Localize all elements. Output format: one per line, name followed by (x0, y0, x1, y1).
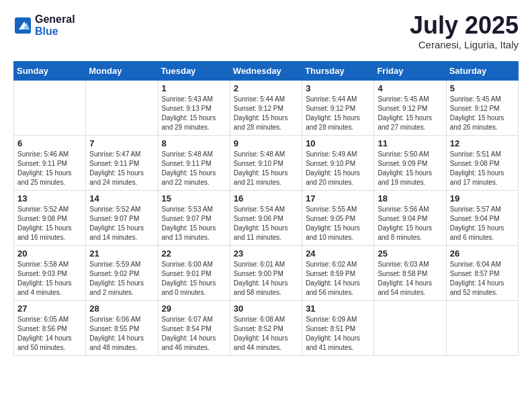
calendar-day-cell (446, 301, 518, 356)
calendar-day-cell: 2Sunrise: 5:44 AM Sunset: 9:12 PM Daylig… (230, 81, 302, 136)
day-number: 29 (162, 304, 226, 314)
day-number: 3 (306, 83, 370, 93)
calendar-day-cell: 19Sunrise: 5:57 AM Sunset: 9:04 PM Dayli… (446, 191, 518, 246)
day-number: 21 (89, 248, 154, 259)
logo: General Blue (13, 13, 75, 37)
calendar-day-cell: 29Sunrise: 6:07 AM Sunset: 8:54 PM Dayli… (158, 301, 230, 356)
day-info: Sunrise: 5:51 AM Sunset: 9:08 PM Dayligh… (450, 150, 515, 187)
calendar-day-cell: 12Sunrise: 5:51 AM Sunset: 9:08 PM Dayli… (446, 136, 518, 191)
day-info: Sunrise: 5:44 AM Sunset: 9:12 PM Dayligh… (234, 95, 298, 132)
day-info: Sunrise: 6:02 AM Sunset: 8:59 PM Dayligh… (306, 260, 370, 298)
day-number: 24 (306, 248, 370, 259)
calendar-week-row: 27Sunrise: 6:05 AM Sunset: 8:56 PM Dayli… (14, 301, 519, 356)
logo-icon (13, 16, 32, 35)
day-number: 13 (17, 193, 82, 203)
calendar-week-row: 20Sunrise: 5:58 AM Sunset: 9:03 PM Dayli… (14, 246, 519, 301)
calendar-day-cell: 16Sunrise: 5:54 AM Sunset: 9:06 PM Dayli… (230, 191, 302, 246)
day-info: Sunrise: 6:04 AM Sunset: 8:57 PM Dayligh… (450, 260, 515, 298)
calendar-day-cell: 8Sunrise: 5:48 AM Sunset: 9:11 PM Daylig… (158, 136, 230, 191)
day-number: 8 (162, 138, 226, 148)
day-info: Sunrise: 5:44 AM Sunset: 9:12 PM Dayligh… (306, 95, 370, 132)
day-number: 12 (450, 138, 515, 148)
day-number: 6 (17, 138, 82, 148)
day-info: Sunrise: 6:06 AM Sunset: 8:55 PM Dayligh… (89, 315, 154, 353)
day-number: 1 (162, 83, 226, 93)
day-info: Sunrise: 5:57 AM Sunset: 9:04 PM Dayligh… (450, 205, 515, 242)
day-number: 10 (306, 138, 370, 148)
day-number: 14 (89, 193, 154, 203)
calendar-day-cell: 27Sunrise: 6:05 AM Sunset: 8:56 PM Dayli… (14, 301, 86, 356)
day-info: Sunrise: 5:52 AM Sunset: 9:08 PM Dayligh… (17, 205, 82, 242)
day-number: 2 (234, 83, 298, 93)
logo-line2: Blue (35, 26, 75, 38)
day-info: Sunrise: 5:45 AM Sunset: 9:12 PM Dayligh… (450, 95, 515, 132)
day-info: Sunrise: 6:08 AM Sunset: 8:52 PM Dayligh… (234, 315, 298, 353)
day-number: 28 (89, 304, 154, 314)
calendar-day-cell: 1Sunrise: 5:43 AM Sunset: 9:13 PM Daylig… (158, 81, 230, 136)
day-info: Sunrise: 6:05 AM Sunset: 8:56 PM Dayligh… (17, 315, 82, 353)
day-info: Sunrise: 5:56 AM Sunset: 9:04 PM Dayligh… (378, 205, 442, 242)
day-info: Sunrise: 6:01 AM Sunset: 9:00 PM Dayligh… (234, 260, 298, 298)
calendar-week-row: 6Sunrise: 5:46 AM Sunset: 9:11 PM Daylig… (14, 136, 519, 191)
day-number: 22 (162, 248, 226, 259)
day-number: 17 (306, 193, 370, 203)
day-number: 7 (89, 138, 154, 148)
day-number: 18 (378, 193, 442, 203)
calendar-day-cell: 30Sunrise: 6:08 AM Sunset: 8:52 PM Dayli… (230, 301, 302, 356)
calendar-day-cell: 25Sunrise: 6:03 AM Sunset: 8:58 PM Dayli… (374, 246, 446, 301)
logo-line1: General (35, 13, 75, 26)
calendar-day-cell: 24Sunrise: 6:02 AM Sunset: 8:59 PM Dayli… (302, 246, 374, 301)
day-info: Sunrise: 6:09 AM Sunset: 8:51 PM Dayligh… (306, 315, 370, 353)
header-row: SundayMondayTuesdayWednesdayThursdayFrid… (14, 62, 519, 81)
calendar-week-row: 13Sunrise: 5:52 AM Sunset: 9:08 PM Dayli… (14, 191, 519, 246)
day-number: 25 (378, 248, 442, 259)
day-info: Sunrise: 5:53 AM Sunset: 9:07 PM Dayligh… (162, 205, 226, 242)
day-number: 16 (234, 193, 298, 203)
location-subtitle: Ceranesi, Liguria, Italy (410, 39, 519, 50)
day-info: Sunrise: 6:03 AM Sunset: 8:58 PM Dayligh… (378, 260, 442, 298)
day-info: Sunrise: 5:48 AM Sunset: 9:11 PM Dayligh… (162, 150, 226, 187)
weekday-header: Thursday (302, 62, 374, 81)
calendar-day-cell: 28Sunrise: 6:06 AM Sunset: 8:55 PM Dayli… (86, 301, 158, 356)
weekday-header: Monday (86, 62, 158, 81)
day-info: Sunrise: 5:49 AM Sunset: 9:10 PM Dayligh… (306, 150, 370, 187)
calendar-day-cell: 21Sunrise: 5:59 AM Sunset: 9:02 PM Dayli… (86, 246, 158, 301)
calendar-day-cell (86, 81, 158, 136)
calendar-week-row: 1Sunrise: 5:43 AM Sunset: 9:13 PM Daylig… (14, 81, 519, 136)
title-block: July 2025 Ceranesi, Liguria, Italy (410, 13, 519, 50)
day-number: 19 (450, 193, 515, 203)
day-info: Sunrise: 5:47 AM Sunset: 9:11 PM Dayligh… (89, 150, 154, 187)
day-number: 27 (17, 304, 82, 314)
calendar-day-cell: 15Sunrise: 5:53 AM Sunset: 9:07 PM Dayli… (158, 191, 230, 246)
day-info: Sunrise: 5:45 AM Sunset: 9:12 PM Dayligh… (378, 95, 442, 132)
calendar-day-cell: 20Sunrise: 5:58 AM Sunset: 9:03 PM Dayli… (14, 246, 86, 301)
calendar-day-cell: 17Sunrise: 5:55 AM Sunset: 9:05 PM Dayli… (302, 191, 374, 246)
day-info: Sunrise: 6:07 AM Sunset: 8:54 PM Dayligh… (162, 315, 226, 353)
weekday-header: Saturday (446, 62, 518, 81)
page-header: General Blue July 2025 Ceranesi, Liguria… (13, 13, 519, 50)
day-info: Sunrise: 5:43 AM Sunset: 9:13 PM Dayligh… (162, 95, 226, 132)
day-number: 9 (234, 138, 298, 148)
day-info: Sunrise: 5:55 AM Sunset: 9:05 PM Dayligh… (306, 205, 370, 242)
day-info: Sunrise: 5:59 AM Sunset: 9:02 PM Dayligh… (89, 260, 154, 298)
day-number: 26 (450, 248, 515, 259)
month-title: July 2025 (410, 13, 519, 38)
calendar-day-cell: 18Sunrise: 5:56 AM Sunset: 9:04 PM Dayli… (374, 191, 446, 246)
calendar-day-cell: 23Sunrise: 6:01 AM Sunset: 9:00 PM Dayli… (230, 246, 302, 301)
day-info: Sunrise: 5:50 AM Sunset: 9:09 PM Dayligh… (378, 150, 442, 187)
day-number: 30 (234, 304, 298, 314)
calendar-day-cell: 3Sunrise: 5:44 AM Sunset: 9:12 PM Daylig… (302, 81, 374, 136)
day-number: 4 (378, 83, 442, 93)
day-number: 20 (17, 248, 82, 259)
calendar-day-cell: 6Sunrise: 5:46 AM Sunset: 9:11 PM Daylig… (14, 136, 86, 191)
calendar-day-cell: 31Sunrise: 6:09 AM Sunset: 8:51 PM Dayli… (302, 301, 374, 356)
calendar-day-cell (14, 81, 86, 136)
weekday-header: Friday (374, 62, 446, 81)
weekday-header: Tuesday (158, 62, 230, 81)
calendar-day-cell: 11Sunrise: 5:50 AM Sunset: 9:09 PM Dayli… (374, 136, 446, 191)
calendar-day-cell: 13Sunrise: 5:52 AM Sunset: 9:08 PM Dayli… (14, 191, 86, 246)
day-number: 31 (306, 304, 370, 314)
calendar-day-cell: 10Sunrise: 5:49 AM Sunset: 9:10 PM Dayli… (302, 136, 374, 191)
day-number: 23 (234, 248, 298, 259)
weekday-header: Wednesday (230, 62, 302, 81)
